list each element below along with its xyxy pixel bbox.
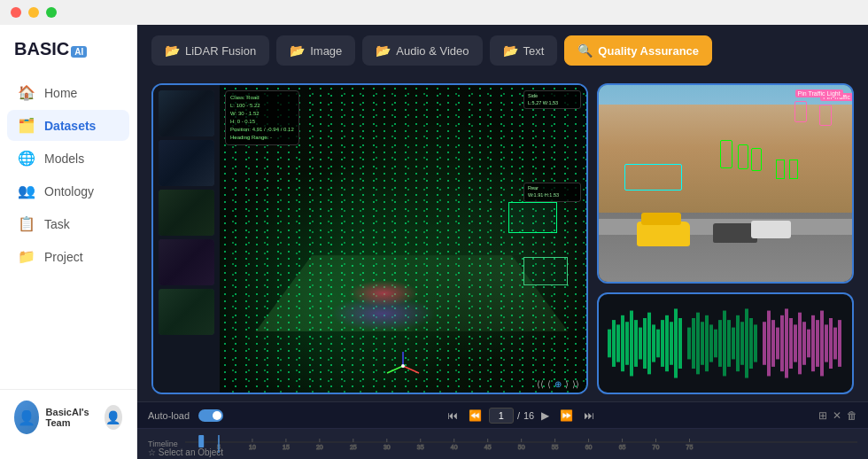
pc-red-highlight <box>348 280 419 307</box>
lidar-side-panels: Side L:5.27 W:1.53 Rear W:1.91 H:1.53 <box>523 90 581 202</box>
timeline-ruler[interactable]: Timeline 5 10 15 20 25 30 35 <box>137 429 868 459</box>
play-button[interactable]: ▶ <box>538 408 553 424</box>
grid-icon[interactable]: ⊞ <box>818 409 827 422</box>
sidebar-nav: 🏠 Home 🗂️ Datasets 🌐 Models 👥 Ontology 📋… <box>0 77 136 389</box>
svg-rect-7 <box>621 315 624 371</box>
autoload-toggle[interactable] <box>198 409 223 422</box>
pc-bounding-box-1 <box>508 202 557 233</box>
lidar-bottom-controls[interactable]: ⟨⟨ ⟨ ⊕ ⟩ ⟩⟩ <box>537 379 579 389</box>
det-box-person-5 <box>789 159 798 179</box>
timeline-bar: Auto-load ⏮ ⏪ / 16 ▶ ⏩ ⏭ <box>137 401 868 459</box>
toggle-knob <box>213 411 221 420</box>
svg-rect-22 <box>692 318 695 369</box>
sidebar-item-models[interactable]: 🌐 Models <box>7 143 129 174</box>
logo-ai: AI <box>71 46 87 58</box>
svg-rect-14 <box>652 324 655 362</box>
svg-text:75: 75 <box>686 444 693 450</box>
lidar-main-view: Class: Road L: 100 - 5.22 W: 30 - 1.52 H… <box>220 85 586 393</box>
text-tab-label: Text <box>523 44 545 58</box>
svg-rect-31 <box>732 328 735 360</box>
tab-audio-video[interactable]: 📂 Audio & Video <box>362 35 482 66</box>
sidebar-item-project[interactable]: 📁 Project <box>7 241 129 272</box>
svg-point-3 <box>401 364 405 368</box>
lidar-thumb-4[interactable] <box>159 239 214 285</box>
sidebar-label-home: Home <box>44 86 77 100</box>
sidebar-label-task: Task <box>44 217 70 231</box>
trash-icon[interactable]: 🗑 <box>847 409 857 422</box>
playback-controls: ⏮ ⏪ / 16 ▶ ⏩ ⏭ <box>444 408 598 424</box>
lidar-thumb-5[interactable] <box>159 289 214 335</box>
sidebar-label-project: Project <box>44 250 83 264</box>
timeline-controls: Auto-load ⏮ ⏪ / 16 ▶ ⏩ ⏭ <box>137 402 868 429</box>
qa-tab-icon: 🔍 <box>577 43 593 58</box>
lidar-visualization: Class: Road L: 100 - 5.22 W: 30 - 1.52 H… <box>220 85 586 393</box>
scene-car-white <box>751 221 791 238</box>
lidar-thumb-2[interactable] <box>159 140 214 186</box>
frame-total: 16 <box>523 410 534 421</box>
svg-rect-42 <box>785 308 788 377</box>
svg-text:15: 15 <box>283 444 290 450</box>
audio-panel <box>597 292 854 394</box>
svg-rect-12 <box>643 318 647 369</box>
skip-forward-button[interactable]: ⏭ <box>580 408 598 424</box>
sidebar-item-datasets[interactable]: 🗂️ Datasets <box>7 110 129 141</box>
svg-rect-86 <box>198 435 204 447</box>
skip-back-button[interactable]: ⏮ <box>444 408 461 424</box>
svg-rect-17 <box>665 315 669 371</box>
svg-rect-38 <box>767 311 771 377</box>
lidar-info-box: Class: Road L: 100 - 5.22 W: 30 - 1.52 H… <box>225 90 299 145</box>
qa-tab-label: Quality Assurance <box>598 44 699 58</box>
svg-text:35: 35 <box>417 444 424 450</box>
user-avatar[interactable]: 👤 <box>105 405 122 430</box>
svg-rect-33 <box>740 322 744 365</box>
svg-rect-9 <box>630 311 633 377</box>
svg-text:20: 20 <box>316 444 323 450</box>
tab-image[interactable]: 📂 Image <box>276 35 355 66</box>
frame-counter: / 16 <box>489 408 534 424</box>
scene-taxi <box>637 222 690 246</box>
logo: BASICAI <box>0 39 136 77</box>
close-button[interactable] <box>11 7 21 18</box>
view-controls: ⊞ ✕ 🗑 <box>818 409 857 422</box>
tab-text[interactable]: 📂 Text <box>490 35 558 66</box>
svg-rect-32 <box>736 315 740 371</box>
svg-rect-41 <box>780 315 784 371</box>
det-box-person-1 <box>720 140 732 168</box>
tab-quality-assurance[interactable]: 🔍 Quality Assurance <box>564 35 712 66</box>
project-icon: 📁 <box>18 248 35 265</box>
app-container: BASICAI 🏠 Home 🗂️ Datasets 🌐 Models 👥 On… <box>0 25 868 459</box>
svg-text:65: 65 <box>618 444 625 450</box>
svg-rect-8 <box>625 322 629 365</box>
image-tab-label: Image <box>310 44 342 58</box>
maximize-button[interactable] <box>46 7 57 18</box>
step-forward-button[interactable]: ⏩ <box>556 408 577 424</box>
lidar-thumb-3[interactable] <box>159 190 214 236</box>
frame-input[interactable] <box>489 408 514 424</box>
tab-lidar-fusion[interactable]: 📂 LiDAR Fusion <box>151 35 269 66</box>
svg-rect-47 <box>807 330 810 358</box>
svg-rect-24 <box>701 322 704 365</box>
det-box-traffic-light-2: Pin Traffic Light <box>794 101 807 122</box>
task-icon: 📋 <box>18 215 35 232</box>
settings-icon[interactable]: ✕ <box>833 409 841 422</box>
svg-rect-36 <box>754 324 757 362</box>
svg-rect-13 <box>647 313 651 375</box>
sidebar-item-task[interactable]: 📋 Task <box>7 208 129 239</box>
step-back-button[interactable]: ⏪ <box>465 408 485 424</box>
image-tab-icon: 📂 <box>290 43 305 58</box>
svg-rect-4 <box>608 330 611 358</box>
lidar-thumb-1[interactable] <box>159 90 214 136</box>
pc-bounding-box-2 <box>523 257 568 285</box>
sidebar-item-home[interactable]: 🏠 Home <box>7 77 129 108</box>
svg-rect-28 <box>718 320 722 367</box>
svg-rect-45 <box>798 313 802 375</box>
svg-rect-15 <box>656 330 660 358</box>
waveform-svg <box>606 301 845 385</box>
lidar-panel: Class: Road L: 100 - 5.22 W: 30 - 1.52 H… <box>151 83 588 394</box>
svg-text:55: 55 <box>551 444 558 450</box>
minimize-button[interactable] <box>28 7 39 18</box>
frame-separator: / <box>517 410 520 421</box>
sidebar-item-ontology[interactable]: 👥 Ontology <box>7 175 129 206</box>
svg-text:60: 60 <box>585 444 592 450</box>
sidebar-label-models: Models <box>44 152 84 166</box>
